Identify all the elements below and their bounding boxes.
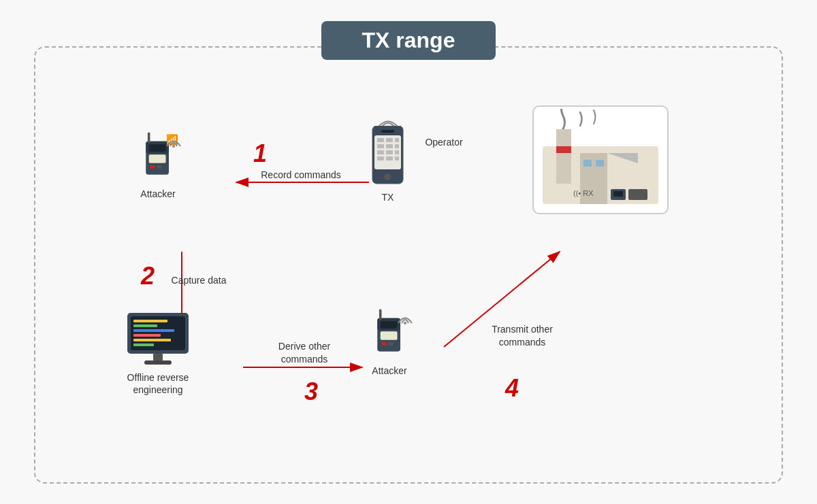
attacker-bottom-node: Attacker bbox=[369, 306, 410, 377]
diagram-wrapper: TX range bbox=[34, 21, 783, 484]
svg-rect-57 bbox=[379, 309, 382, 320]
step3-label: Derive othercommands bbox=[263, 340, 345, 367]
attacker-top-label: Attacker bbox=[140, 188, 175, 200]
svg-rect-21 bbox=[386, 138, 393, 142]
svg-rect-52 bbox=[153, 354, 163, 360]
svg-rect-60 bbox=[381, 342, 386, 345]
svg-rect-25 bbox=[395, 144, 399, 148]
svg-rect-20 bbox=[377, 138, 384, 142]
dashed-box: 1 Record commands bbox=[34, 46, 783, 484]
step3-number: 3 bbox=[304, 377, 318, 406]
svg-rect-50 bbox=[133, 339, 171, 341]
svg-rect-23 bbox=[377, 144, 384, 148]
title-text: TX range bbox=[362, 28, 455, 52]
svg-point-54 bbox=[404, 322, 406, 324]
svg-rect-39 bbox=[596, 160, 604, 167]
svg-rect-47 bbox=[133, 324, 157, 327]
svg-rect-35 bbox=[556, 146, 571, 153]
svg-rect-27 bbox=[386, 150, 393, 154]
step4-label: Transmit other commands bbox=[478, 323, 566, 350]
phone-icon bbox=[369, 126, 406, 187]
svg-rect-59 bbox=[381, 331, 398, 339]
step2-label: Capture data bbox=[161, 274, 236, 288]
svg-rect-53 bbox=[144, 360, 172, 365]
svg-rect-34 bbox=[556, 129, 571, 184]
svg-rect-48 bbox=[133, 329, 174, 332]
svg-rect-38 bbox=[583, 160, 592, 167]
svg-rect-18 bbox=[381, 130, 394, 133]
svg-rect-49 bbox=[133, 334, 161, 337]
attacker-bottom-label: Attacker bbox=[372, 365, 406, 377]
tx-label: TX bbox=[382, 191, 394, 203]
operator-label: Operator bbox=[417, 136, 471, 150]
svg-rect-26 bbox=[377, 150, 384, 154]
factory-node: ((• RX bbox=[532, 105, 669, 214]
offline-node: Offline reverseengineering bbox=[124, 313, 192, 396]
monitor-icon bbox=[124, 313, 192, 367]
step1-label: Record commands bbox=[260, 169, 342, 182]
svg-rect-30 bbox=[386, 156, 393, 161]
offline-label: Offline reverseengineering bbox=[127, 371, 189, 396]
svg-rect-22 bbox=[395, 138, 399, 142]
svg-rect-24 bbox=[386, 144, 393, 148]
step4-number: 4 bbox=[505, 374, 519, 403]
content-area: 1 Record commands bbox=[56, 75, 761, 469]
factory-svg: ((• RX bbox=[536, 109, 665, 211]
svg-rect-61 bbox=[388, 342, 393, 345]
svg-rect-28 bbox=[395, 150, 399, 154]
svg-rect-11 bbox=[150, 165, 155, 168]
svg-rect-10 bbox=[149, 154, 166, 163]
step1-number: 1 bbox=[253, 139, 267, 168]
factory-box: ((• RX bbox=[532, 105, 669, 214]
svg-rect-42 bbox=[628, 189, 647, 200]
tx-node: TX bbox=[369, 112, 406, 203]
step2-number: 2 bbox=[141, 262, 155, 290]
svg-point-14 bbox=[172, 145, 175, 148]
svg-rect-46 bbox=[133, 320, 167, 322]
svg-rect-51 bbox=[133, 343, 154, 346]
wifi-arcs-bottom bbox=[395, 306, 415, 326]
svg-rect-31 bbox=[395, 156, 399, 161]
svg-point-32 bbox=[384, 173, 391, 180]
svg-rect-43 bbox=[613, 191, 623, 197]
title-box: TX range bbox=[321, 21, 496, 60]
svg-rect-29 bbox=[377, 156, 384, 161]
attacker-top-node: 📶 Attacker bbox=[138, 129, 178, 200]
svg-rect-12 bbox=[157, 165, 161, 168]
wifi-arcs-top bbox=[163, 129, 184, 150]
svg-text:((• RX: ((• RX bbox=[573, 189, 594, 197]
svg-rect-8 bbox=[148, 132, 150, 143]
